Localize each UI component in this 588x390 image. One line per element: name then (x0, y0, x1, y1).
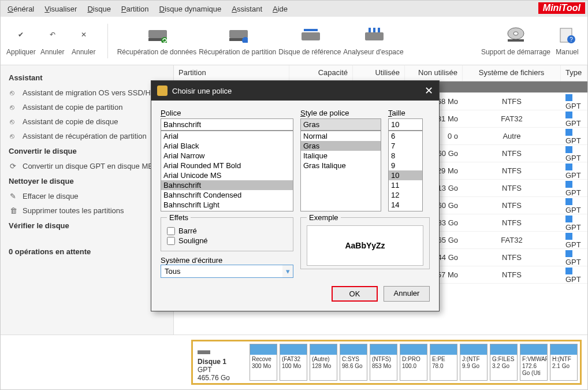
manual-button[interactable]: ?Manuel (553, 25, 582, 57)
list-item[interactable]: 14 (389, 200, 422, 210)
partition-block[interactable]: F:VMWARE(172.6 Go (Uti (520, 344, 548, 381)
th-type[interactable]: Type (561, 65, 587, 81)
menu-assistant[interactable]: Assistant (232, 5, 262, 13)
size-list[interactable]: 67891011121416 (388, 131, 423, 211)
menu-general[interactable]: Général (8, 5, 34, 13)
disk-map[interactable]: ▬ Disque 1 GPT 465.76 Go Recove300 Mo(FA… (191, 340, 582, 385)
tool-icon: 🗑 (10, 206, 17, 215)
list-item[interactable]: Arial Unicode MS (161, 170, 293, 180)
manual-icon: ? (557, 25, 578, 46)
svg-rect-10 (373, 28, 375, 32)
list-item[interactable]: Gras Italique (301, 161, 381, 170)
sidebar-item[interactable]: 🗑Supprimer toutes les partitions (1, 203, 173, 218)
th-capacity[interactable]: Capacité (289, 65, 353, 81)
size-label: Taille (388, 109, 423, 117)
partition-block[interactable]: H:(NTF2.1 Go (550, 344, 578, 381)
list-item[interactable]: 7 (389, 141, 422, 151)
writing-system-combo[interactable]: ▾ (161, 265, 293, 278)
list-item[interactable]: Arial (161, 131, 293, 141)
list-item[interactable]: 10 (389, 170, 422, 180)
menu-disque[interactable]: Disque (87, 5, 110, 13)
list-item[interactable]: 9 (389, 161, 422, 170)
th-filesystem[interactable]: Système de fichiers (463, 65, 561, 81)
partition-block[interactable]: D:PRO100.0 (400, 344, 427, 381)
boot-media-button[interactable]: Support de démarrage (481, 25, 550, 57)
color-swatch (565, 233, 572, 240)
undo-button[interactable]: ↶Annuler (38, 25, 67, 57)
list-item[interactable]: Arial Black (161, 141, 293, 151)
drive-refresh-icon (146, 25, 167, 46)
sidebar-item[interactable]: ⎋Assistant de copie de disque (1, 114, 173, 129)
menu-disque-dynamique[interactable]: Disque dynamique (159, 5, 222, 13)
svg-point-13 (513, 32, 518, 35)
list-item[interactable]: 8 (389, 151, 422, 161)
list-item[interactable]: Gras (301, 141, 381, 151)
dialog-titlebar[interactable]: Choisir une police ✕ (151, 81, 439, 101)
partition-block[interactable]: C:SYS98.6 Go (340, 344, 367, 381)
strikeout-checkbox[interactable]: Barré (167, 226, 287, 235)
style-input[interactable] (300, 118, 381, 131)
list-item[interactable]: Bahnschrift Light Condensed (161, 210, 293, 211)
sidebar-item[interactable]: ⎋Assistant de copie de partition (1, 100, 173, 114)
cancel-button[interactable]: ✕Annuler (69, 25, 98, 57)
partition-block[interactable]: E:PE78.0 (430, 344, 457, 381)
toolbar: ✔Appliquer ↶Annuler ✕Annuler Récupératio… (1, 17, 587, 65)
sidebar-item[interactable]: ⎋Assistant de récupération de partition (1, 129, 173, 143)
cancel-dialog-button[interactable]: Annuler (384, 286, 430, 302)
undo-icon: ↶ (42, 25, 63, 46)
left-panel: Assistant ⎋Assistant de migration OS ver… (1, 65, 174, 335)
style-list[interactable]: NormalGrasItaliqueGras Italique (300, 131, 381, 211)
partition-block[interactable]: Recove300 Mo (250, 344, 277, 381)
svg-rect-0 (148, 30, 167, 38)
partition-block[interactable]: J:(NTF9.9 Go (460, 344, 487, 381)
menu-partition[interactable]: Partition (121, 5, 149, 13)
partition-block[interactable]: (FAT32100 Mo (280, 344, 307, 381)
disk-label: ▬ Disque 1 GPT 465.76 Go (195, 344, 247, 381)
svg-text:?: ? (570, 36, 573, 43)
sidebar-item[interactable]: ✎Effacer le disque (1, 189, 173, 203)
chevron-down-icon[interactable]: ▾ (282, 265, 293, 277)
data-recovery-button[interactable]: Récupération de données (117, 25, 196, 57)
hdd-icon: ▬ (198, 343, 247, 358)
menu-visualiser[interactable]: Visualiser (44, 5, 77, 13)
partition-block[interactable]: G:FILES3.2 Go (490, 344, 518, 381)
font-list[interactable]: ArialArial BlackArial NarrowArial Rounde… (161, 131, 293, 211)
list-item[interactable]: Bahnschrift Condensed (161, 190, 293, 200)
drive-clock-icon (227, 25, 248, 46)
svg-rect-6 (304, 29, 318, 31)
list-item[interactable]: Italique (301, 151, 381, 161)
sidebar-item[interactable]: ⟳Convertir un disque GPT en disque MBR (1, 159, 173, 173)
apply-button[interactable]: ✔Appliquer (6, 25, 36, 57)
style-label: Style de police (300, 109, 381, 117)
list-item[interactable]: 12 (389, 190, 422, 200)
sample-group: Exemple AaBbYyZz (300, 217, 430, 269)
svg-rect-14 (508, 39, 524, 42)
sidebar-item[interactable]: ⎋Assistant de migration OS vers SSD/HD (1, 86, 173, 100)
writing-system-input[interactable] (161, 265, 282, 277)
tool-icon: ✎ (10, 192, 16, 200)
underline-checkbox[interactable]: Souligné (167, 236, 287, 245)
partition-recovery-button[interactable]: Récupération de partition (199, 25, 276, 57)
benchmark-button[interactable]: Disque de référence (278, 25, 341, 57)
list-item[interactable]: 6 (389, 131, 422, 141)
partition-block[interactable]: (NTFS)853 Mo (370, 344, 397, 381)
list-item[interactable]: 16 (389, 210, 422, 211)
ok-button[interactable]: OK (332, 286, 378, 302)
font-dialog: Choisir une police ✕ Police ArialArial B… (151, 80, 440, 311)
th-used[interactable]: Utilisée (353, 65, 405, 81)
menu-aide[interactable]: Aide (273, 5, 288, 13)
partition-block[interactable]: (Autre)128 Mo (310, 344, 337, 381)
th-partition[interactable]: Partition (174, 65, 289, 81)
th-unused[interactable]: Non utilisée (405, 65, 463, 81)
font-input[interactable] (161, 118, 293, 131)
list-item[interactable]: Bahnschrift (161, 180, 293, 190)
list-item[interactable]: Bahnschrift Light (161, 200, 293, 210)
list-item[interactable]: Arial Narrow (161, 151, 293, 161)
disk-map-area: ▬ Disque 1 GPT 465.76 Go Recove300 Mo(FA… (1, 335, 587, 389)
list-item[interactable]: Arial Rounded MT Bold (161, 161, 293, 170)
list-item[interactable]: Normal (301, 131, 381, 141)
close-icon[interactable]: ✕ (425, 84, 433, 97)
space-analyzer-button[interactable]: Analyseur d'espace (343, 25, 403, 57)
list-item[interactable]: 11 (389, 180, 422, 190)
size-input[interactable] (388, 118, 423, 131)
